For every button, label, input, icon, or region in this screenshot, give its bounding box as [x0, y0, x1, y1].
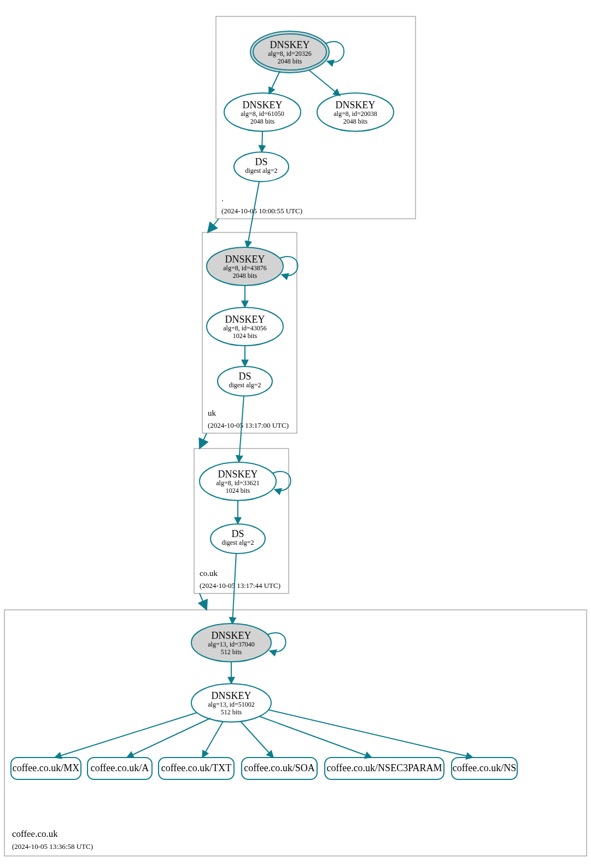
- svg-text:DNSKEY: DNSKEY: [270, 39, 309, 50]
- zone-domain-ts: (2024-10-05 13:36:58 UTC): [12, 842, 93, 850]
- node-root-ksk: DNSKEY alg=8, id=20326 2048 bits: [250, 31, 329, 73]
- rr-mx: coffee.co.uk/MX: [11, 758, 81, 779]
- svg-text:1024 bits: 1024 bits: [233, 332, 258, 340]
- node-dom-ksk: DNSKEY alg=13, id=37040 512 bits: [191, 624, 271, 662]
- edge-zsk-ns: [269, 710, 473, 758]
- dnssec-diagram: . (2024-10-05 10:00:55 UTC) DNSKEY alg=8…: [0, 0, 591, 868]
- rr-soa: coffee.co.uk/SOA: [242, 758, 317, 779]
- svg-text:coffee.co.uk/NS: coffee.co.uk/NS: [453, 762, 517, 773]
- edge-zsk-soa: [241, 721, 273, 758]
- svg-text:coffee.co.uk/A: coffee.co.uk/A: [91, 762, 149, 773]
- svg-text:digest alg=2: digest alg=2: [229, 381, 261, 389]
- svg-text:2048 bits: 2048 bits: [278, 57, 302, 65]
- node-root-zsk1: DNSKEY alg=8, id=61050 2048 bits: [224, 93, 301, 131]
- zone-domain: coffee.co.uk (2024-10-05 13:36:58 UTC): [4, 610, 587, 856]
- svg-text:2048 bits: 2048 bits: [343, 118, 368, 125]
- svg-text:2048 bits: 2048 bits: [233, 272, 258, 279]
- node-root-zsk2: DNSKEY alg=8, id=20038 2048 bits: [317, 93, 394, 131]
- svg-text:alg=13, id=37040: alg=13, id=37040: [208, 640, 255, 648]
- zone-root-ts: (2024-10-05 10:00:55 UTC): [221, 207, 302, 215]
- svg-text:alg=8, id=33621: alg=8, id=33621: [216, 479, 260, 487]
- svg-text:DS: DS: [231, 528, 244, 539]
- zone-domain-name: coffee.co.uk: [12, 829, 58, 839]
- node-root-ds: DS digest alg=2: [234, 152, 289, 182]
- svg-text:512 bits: 512 bits: [221, 708, 242, 716]
- svg-text:DS: DS: [238, 371, 251, 382]
- edge-root-ksk-zsk2: [309, 70, 340, 96]
- svg-text:coffee.co.uk/SOA: coffee.co.uk/SOA: [244, 762, 315, 773]
- svg-text:DNSKEY: DNSKEY: [335, 100, 375, 110]
- svg-text:coffee.co.uk/MX: coffee.co.uk/MX: [13, 762, 80, 773]
- rr-nsec: coffee.co.uk/NSEC3PARAM: [325, 758, 444, 779]
- svg-text:512 bits: 512 bits: [221, 648, 242, 656]
- edge-zsk-txt: [202, 721, 223, 758]
- svg-text:DNSKEY: DNSKEY: [211, 630, 251, 641]
- zone-uk-name: uk: [208, 409, 216, 417]
- svg-rect-37: [4, 610, 587, 856]
- svg-text:digest alg=2: digest alg=2: [221, 539, 254, 546]
- svg-text:DNSKEY: DNSKEY: [225, 254, 265, 265]
- svg-text:DNSKEY: DNSKEY: [242, 100, 282, 110]
- svg-text:alg=8, id=43056: alg=8, id=43056: [223, 324, 267, 332]
- zone-root-name: .: [221, 194, 224, 203]
- svg-text:digest alg=2: digest alg=2: [245, 167, 277, 174]
- svg-text:coffee.co.uk/TXT: coffee.co.uk/TXT: [161, 762, 232, 773]
- edge-deleg-uk-couk: [200, 433, 207, 448]
- edge-root-zsk1-ds: [262, 131, 262, 152]
- edge-deleg-couk-dom: [200, 593, 207, 610]
- node-dom-zsk: DNSKEY alg=13, id=51002 512 bits: [191, 684, 271, 722]
- node-uk-ds: DS digest alg=2: [218, 366, 272, 396]
- svg-text:alg=8, id=43876: alg=8, id=43876: [223, 264, 267, 272]
- svg-text:DNSKEY: DNSKEY: [225, 314, 265, 325]
- edge-deleg-root-uk: [208, 219, 219, 232]
- svg-text:alg=8, id=20326: alg=8, id=20326: [268, 50, 312, 57]
- svg-text:2048 bits: 2048 bits: [250, 118, 275, 125]
- zone-couk-name: co.uk: [200, 569, 218, 578]
- svg-text:DS: DS: [255, 156, 267, 167]
- svg-text:1024 bits: 1024 bits: [226, 487, 250, 494]
- rr-a: coffee.co.uk/A: [87, 758, 152, 779]
- node-uk-ksk: DNSKEY alg=8, id=43876 2048 bits: [207, 247, 283, 286]
- edge-zsk-nsec: [260, 716, 372, 758]
- svg-text:coffee.co.uk/NSEC3PARAM: coffee.co.uk/NSEC3PARAM: [327, 762, 442, 773]
- zone-uk-ts: (2024-10-05 13:17:00 UTC): [208, 421, 289, 429]
- svg-text:DNSKEY: DNSKEY: [218, 469, 258, 480]
- edge-zsk-a: [127, 718, 210, 758]
- node-couk-key: DNSKEY alg=8, id=33621 1024 bits: [200, 462, 276, 500]
- svg-text:alg=8, id=61050: alg=8, id=61050: [241, 110, 284, 118]
- svg-text:DNSKEY: DNSKEY: [211, 690, 251, 701]
- rr-txt: coffee.co.uk/TXT: [159, 758, 234, 779]
- edge-root-ksk-zsk1: [269, 71, 280, 94]
- svg-text:alg=13, id=51002: alg=13, id=51002: [208, 701, 255, 708]
- zone-couk-ts: (2024-10-05 13:17:44 UTC): [200, 581, 280, 590]
- node-couk-ds: DS digest alg=2: [210, 524, 265, 554]
- svg-text:alg=8, id=20038: alg=8, id=20038: [333, 110, 377, 118]
- rr-ns: coffee.co.uk/NS: [452, 758, 517, 779]
- node-uk-zsk: DNSKEY alg=8, id=43056 1024 bits: [207, 307, 283, 346]
